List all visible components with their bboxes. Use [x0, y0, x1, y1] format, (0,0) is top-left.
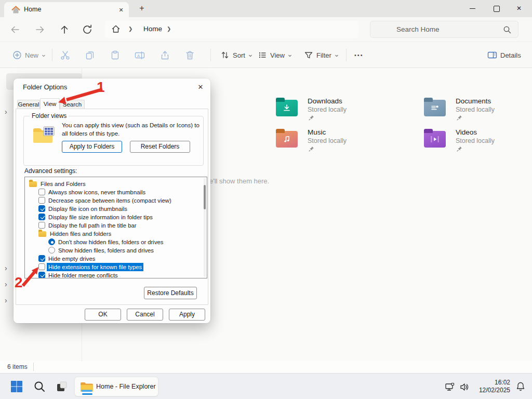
- new-tab-button[interactable]: +: [136, 3, 148, 14]
- back-button[interactable]: [9, 23, 21, 36]
- chevron-down-icon: [42, 54, 46, 58]
- details-icon: [487, 50, 497, 60]
- sort-label: Sort: [233, 51, 245, 59]
- search-icon[interactable]: [503, 25, 512, 34]
- checkbox[interactable]: [38, 205, 45, 212]
- dialog-close-icon[interactable]: ✕: [195, 82, 206, 92]
- advanced-item[interactable]: Display the full path in the title bar: [25, 221, 207, 230]
- scrollbar-thumb[interactable]: [204, 185, 206, 209]
- apply-to-folders-button[interactable]: Apply to Folders: [62, 141, 122, 153]
- network-icon[interactable]: [445, 382, 455, 392]
- pin-icon: [457, 115, 462, 121]
- tab-close-icon[interactable]: ✕: [116, 5, 126, 15]
- checkbox[interactable]: [38, 214, 45, 220]
- tile-documents[interactable]: Documents Stored locally: [424, 97, 532, 124]
- advanced-item[interactable]: Hide extensions for known file types: [25, 263, 207, 271]
- advanced-item[interactable]: Display file size information in folder …: [25, 213, 207, 221]
- details-button[interactable]: Details: [487, 42, 521, 68]
- tab-view[interactable]: View: [40, 98, 60, 110]
- advanced-item-label: Hidden files and folders: [50, 230, 111, 238]
- pin-icon: [309, 115, 314, 121]
- filter-button[interactable]: Filter: [304, 42, 339, 68]
- window-close-button[interactable]: [508, 0, 532, 17]
- volume-icon[interactable]: [459, 382, 470, 392]
- radio-button[interactable]: [48, 238, 55, 245]
- filter-icon: [304, 50, 313, 60]
- radio-button[interactable]: [48, 247, 55, 254]
- search-placeholder: Search Home: [396, 25, 440, 33]
- advanced-item[interactable]: Hide empty drives: [25, 255, 207, 263]
- folder-views-group: You can apply this view (such as Details…: [23, 116, 204, 166]
- file-explorer-label: Home - File Explorer: [96, 383, 156, 390]
- checkbox[interactable]: [38, 189, 45, 195]
- tab-general[interactable]: General: [17, 100, 40, 109]
- taskbar-file-explorer-button[interactable]: Home - File Explorer: [74, 377, 158, 396]
- recent-files-hint: e'll show them here.: [209, 177, 269, 185]
- start-button[interactable]: [10, 380, 23, 393]
- advanced-item-label: Display file size information in folder …: [48, 213, 153, 221]
- sort-button[interactable]: Sort: [220, 42, 252, 68]
- breadcrumb-chevron-icon: ❯: [167, 26, 171, 32]
- address-bar[interactable]: ❯ Home ❯: [105, 21, 358, 38]
- notification-bell-icon[interactable]: [515, 381, 526, 392]
- advanced-item[interactable]: Display file icon on thumbnails: [25, 205, 207, 213]
- search-input[interactable]: Search Home: [370, 21, 518, 38]
- advanced-item-label: Hide empty drives: [48, 255, 95, 263]
- advanced-item[interactable]: Hide folder merge conflicts: [25, 271, 207, 278]
- tile-downloads[interactable]: Downloads Stored locally: [276, 97, 416, 124]
- sidebar-expand-chevron[interactable]: ›: [5, 280, 7, 288]
- checkbox[interactable]: [38, 263, 45, 270]
- advanced-settings-list[interactable]: Files and FoldersAlways show icons, neve…: [24, 177, 207, 278]
- taskbar-app-icon[interactable]: [56, 380, 68, 393]
- breadcrumb-chevron-icon: ❯: [128, 26, 132, 32]
- checkbox[interactable]: [38, 255, 45, 262]
- breadcrumb-home-icon[interactable]: [111, 24, 121, 34]
- sidebar-expand-chevron[interactable]: ›: [5, 296, 7, 304]
- folder-views-icon: [32, 126, 55, 144]
- tile-subtitle: Stored locally: [456, 137, 495, 144]
- advanced-item[interactable]: Don't show hidden files, folders or driv…: [25, 238, 207, 246]
- forward-button[interactable]: [34, 23, 46, 36]
- apply-button[interactable]: Apply: [169, 309, 205, 321]
- more-label: •••: [354, 52, 364, 58]
- up-button[interactable]: [58, 23, 71, 36]
- reset-folders-button[interactable]: Reset Folders: [130, 141, 190, 153]
- advanced-item[interactable]: Files and Folders: [25, 180, 207, 188]
- clock[interactable]: 16:02 12/02/2025: [479, 379, 510, 394]
- advanced-item[interactable]: Show hidden files, folders and drives: [25, 246, 207, 255]
- maximize-button[interactable]: [484, 0, 508, 17]
- advanced-item[interactable]: Decrease space between items (compact vi…: [25, 196, 207, 205]
- share-icon[interactable]: [160, 50, 170, 60]
- tile-name: Videos: [456, 128, 477, 136]
- sidebar-expand-chevron[interactable]: ›: [5, 108, 7, 116]
- new-icon: [12, 50, 22, 60]
- home-tab-icon: [11, 6, 20, 14]
- breadcrumb-home[interactable]: Home: [143, 25, 162, 33]
- advanced-item[interactable]: Hidden files and folders: [25, 230, 207, 238]
- filter-label: Filter: [316, 51, 331, 59]
- explorer-tab[interactable]: Home ✕: [4, 2, 129, 17]
- refresh-button[interactable]: [81, 23, 94, 36]
- view-button[interactable]: View: [258, 42, 292, 68]
- cancel-button[interactable]: Cancel: [127, 309, 163, 321]
- sidebar-expand-chevron[interactable]: ›: [5, 264, 7, 272]
- more-button[interactable]: •••: [354, 42, 364, 68]
- new-button[interactable]: New: [12, 42, 46, 68]
- copy-icon[interactable]: [85, 50, 95, 60]
- advanced-item[interactable]: Always show icons, never thumbnails: [25, 188, 207, 196]
- tile-music[interactable]: Music Stored locally: [276, 128, 416, 155]
- minimize-button[interactable]: [460, 0, 484, 17]
- checkbox[interactable]: [38, 197, 45, 204]
- paste-icon[interactable]: [110, 50, 120, 60]
- tab-search[interactable]: Search: [60, 100, 85, 109]
- cut-icon[interactable]: [60, 50, 70, 60]
- delete-icon[interactable]: [185, 50, 195, 60]
- tile-videos[interactable]: Videos Stored locally: [424, 128, 532, 155]
- checkbox[interactable]: [38, 222, 45, 229]
- checkbox[interactable]: [38, 272, 45, 278]
- rename-icon[interactable]: A: [135, 50, 145, 60]
- chevron-down-icon: [248, 54, 252, 58]
- taskbar-search-icon[interactable]: [33, 380, 46, 393]
- ok-button[interactable]: OK: [85, 309, 121, 321]
- restore-defaults-button[interactable]: Restore Defaults: [144, 287, 197, 299]
